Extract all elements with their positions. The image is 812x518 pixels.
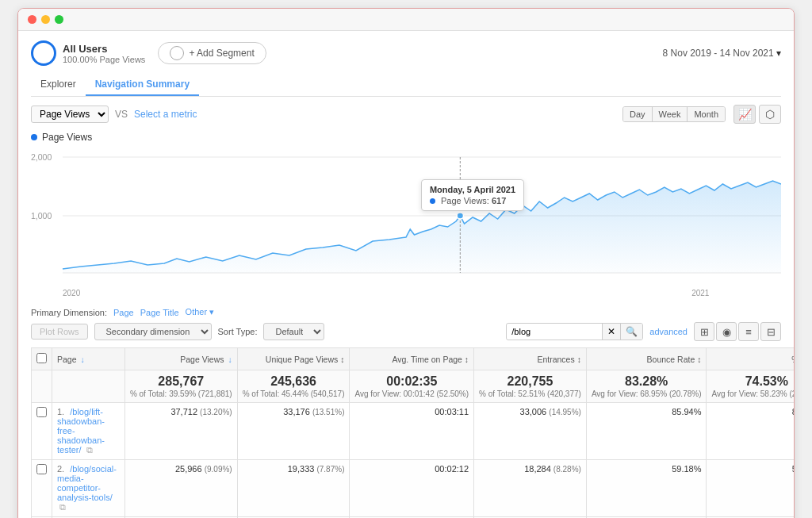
th-page[interactable]: Page ↓ [52, 348, 125, 370]
row-checkbox [32, 403, 52, 460]
table-row: 1. /blog/lift-shadowban-free-shadowban-t… [32, 403, 795, 460]
line-chart-button[interactable]: 📈 [733, 105, 756, 124]
th-bounce-rate[interactable]: Bounce Rate ↕ [586, 348, 707, 370]
x-axis: 2020 2021 [31, 289, 781, 301]
th-avg-time[interactable]: Avg. Time on Page ↕ [350, 348, 474, 370]
metric-vs: VS [115, 109, 128, 120]
sort-icon-en: ↕ [577, 355, 581, 364]
th-unique-page-views[interactable]: Unique Page Views ↕ [237, 348, 350, 370]
row-2-checkbox[interactable] [36, 464, 47, 474]
row-2-bounce: 59.18% [586, 460, 707, 517]
week-button[interactable]: Week [653, 107, 688, 121]
date-range-text: 8 Nov 2019 - 14 Nov 2021 [663, 48, 774, 59]
row-1-time: 00:03:11 [350, 403, 474, 460]
summary-avg-time: 00:02:35 Avg for View: 00:01:42 (52.50%) [350, 370, 474, 403]
th-checkbox [32, 348, 52, 370]
minimize-dot[interactable] [41, 15, 50, 24]
chart-svg: 2,000 1,000 [31, 146, 781, 289]
day-button[interactable]: Day [623, 107, 653, 121]
primary-dim-other[interactable]: Other ▾ [186, 307, 215, 317]
metric-select[interactable]: Page Views [31, 106, 109, 123]
search-submit-button[interactable]: 🔍 [620, 324, 642, 340]
all-users-sub: 100.00% Page Views [63, 55, 145, 64]
add-segment-button[interactable]: + Add Segment [158, 42, 266, 64]
tab-navigation-summary[interactable]: Navigation Summary [86, 74, 199, 96]
segment-area: All Users 100.00% Page Views + Add Segme… [31, 40, 266, 66]
summary-page-views: 285,767 % of Total: 39.59% (721,881) [124, 370, 237, 403]
maximize-dot[interactable] [55, 15, 63, 24]
view-buttons: ⊞ ◉ ≡ ⊟ [694, 322, 781, 341]
chart-dot [31, 134, 37, 140]
select-metric-link[interactable]: Select a metric [134, 109, 197, 120]
chart-label-text: Page Views [42, 132, 92, 143]
row-2-page-link[interactable]: /blog/social-media-competitor-analysis-t… [57, 464, 117, 502]
all-users-badge: All Users 100.00% Page Views [31, 40, 145, 66]
primary-dimension-label: Primary Dimension: [31, 308, 107, 317]
add-segment-circle [170, 46, 184, 60]
row-checkbox [32, 460, 52, 517]
grid-view-button[interactable]: ⊞ [694, 322, 714, 341]
th-entrances[interactable]: Entrances ↕ [474, 348, 587, 370]
chart-area: Page Views 2,000 1,000 [31, 132, 781, 301]
sort-arrow-pv: ↓ [228, 355, 232, 364]
row-2-time: 00:02:12 [350, 460, 474, 517]
summary-entrances: 220,755 % of Total: 52.51% (420,377) [474, 370, 587, 403]
table-controls: Plot Rows Secondary dimension Sort Type:… [31, 322, 781, 341]
list-view-button[interactable]: ≡ [738, 322, 759, 341]
circle-inner [40, 49, 48, 57]
copy-icon[interactable]: ⧉ [86, 445, 93, 455]
metric-row: Page Views VS Select a metric Day Week M… [31, 105, 781, 124]
date-range[interactable]: 8 Nov 2019 - 14 Nov 2021 ▾ [663, 48, 781, 59]
row-1-bounce: 85.94% [586, 403, 707, 460]
metric-right: Day Week Month 📈 ⬡ [622, 105, 781, 124]
plot-rows-button[interactable]: Plot Rows [31, 324, 88, 340]
sort-icon-upv: ↕ [340, 355, 344, 364]
month-button[interactable]: Month [688, 107, 725, 121]
row-2-entrances: 18,284 (8.28%) [474, 460, 587, 517]
sort-icon-at: ↕ [465, 355, 469, 364]
header-row: All Users 100.00% Page Views + Add Segme… [31, 40, 781, 66]
add-segment-label: + Add Segment [189, 48, 254, 59]
th-exit[interactable]: % Exit ↕ [707, 348, 795, 370]
tabs-row: Explorer Navigation Summary [31, 74, 781, 97]
compare-view-button[interactable]: ⊟ [760, 322, 781, 341]
tab-explorer[interactable]: Explorer [31, 74, 86, 96]
select-all-checkbox[interactable] [36, 353, 47, 363]
svg-text:2,000: 2,000 [31, 153, 52, 162]
pie-view-button[interactable]: ◉ [716, 322, 737, 341]
row-1-exit: 85.15% [707, 403, 795, 460]
summary-unique-pv: 245,636 % of Total: 45.44% (540,517) [237, 370, 350, 403]
x-label-2021: 2021 [691, 289, 709, 297]
search-clear-button[interactable]: ✕ [602, 324, 620, 340]
secondary-dimension-select[interactable]: Secondary dimension [94, 323, 212, 340]
table-row: 2. /blog/social-media-competitor-analysi… [32, 460, 795, 517]
row-2-pv: 25,966 (9.09%) [124, 460, 237, 517]
row-1-pv: 37,712 (13.20%) [124, 403, 237, 460]
chart-type-buttons: 📈 ⬡ [733, 105, 781, 124]
copy-icon[interactable]: ⧉ [59, 502, 66, 512]
primary-dim-page-title[interactable]: Page Title [140, 308, 179, 317]
all-users-icon [31, 40, 56, 66]
svg-text:1,000: 1,000 [31, 212, 52, 221]
svg-point-7 [457, 213, 463, 219]
search-input[interactable] [507, 324, 602, 339]
primary-dim-page[interactable]: Page [113, 308, 134, 317]
row-1-entrances: 33,006 (14.95%) [474, 403, 587, 460]
summary-row: 285,767 % of Total: 39.59% (721,881) 245… [32, 370, 795, 403]
search-box: ✕ 🔍 [506, 323, 643, 340]
summary-exit: 74.53% Avg for View: 58.23% (27.99%) [707, 370, 795, 403]
svg-marker-5 [63, 181, 781, 273]
data-table: Page ↓ Page Views ↓ Unique Page Views ↕ … [31, 347, 795, 518]
th-page-views[interactable]: Page Views ↓ [124, 348, 237, 370]
sort-type-select[interactable]: Default [263, 323, 324, 340]
main-window: All Users 100.00% Page Views + Add Segme… [17, 8, 795, 518]
close-dot[interactable] [28, 15, 36, 24]
row-2-page: 2. /blog/social-media-competitor-analysi… [52, 460, 125, 517]
all-users-title: All Users [63, 43, 145, 55]
sort-icon-br: ↕ [697, 355, 701, 364]
advanced-link[interactable]: advanced [649, 327, 688, 336]
summary-bounce-rate: 83.28% Avg for View: 68.95% (20.78%) [586, 370, 707, 403]
summary-page [52, 370, 125, 403]
pie-chart-button[interactable]: ⬡ [759, 105, 781, 124]
row-1-checkbox[interactable] [36, 407, 47, 417]
